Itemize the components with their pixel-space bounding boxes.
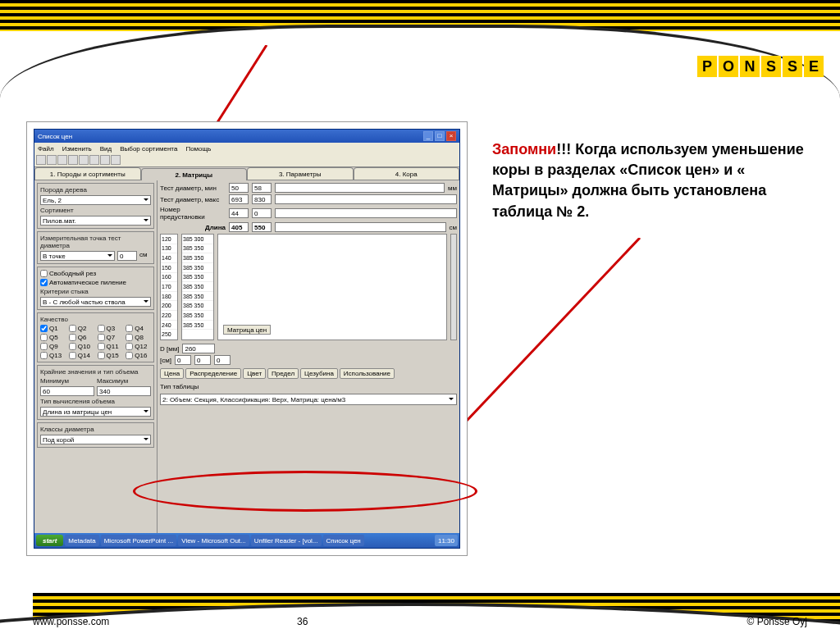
screenshot-frame: Список цен _ □ × Файл Изменить Вид Выбор… — [26, 121, 468, 556]
toolbar-button[interactable] — [111, 155, 121, 165]
length-col-values[interactable]: 385 300 385 350 385 350 385 350 385 350 … — [181, 234, 214, 340]
bval1[interactable]: 0 — [175, 355, 191, 365]
toolbar-button[interactable] — [68, 155, 78, 165]
extreme-group: Крайние значения и тип объема Минимум Ма… — [37, 365, 154, 420]
task-item[interactable]: Список цен — [323, 535, 364, 546]
btab-cut[interactable]: Цезубина — [300, 368, 338, 379]
q13-check[interactable]: Q13 — [40, 352, 66, 359]
table-type-label: Тип таблицы — [160, 383, 457, 390]
criteria-select[interactable]: В - С любой частью ствола — [40, 297, 151, 307]
min-input[interactable]: 60 — [40, 386, 94, 396]
menu-help[interactable]: Помощь — [185, 145, 211, 153]
menu-file[interactable]: Файл — [38, 145, 54, 153]
unit-cm: см — [450, 224, 458, 231]
q14-check[interactable]: Q14 — [69, 352, 94, 359]
assort-select[interactable]: Пилов.мат. — [40, 216, 151, 226]
footer-url: www.ponsse.com — [33, 616, 109, 627]
btab-price[interactable]: Цена — [160, 368, 184, 379]
maximize-button[interactable]: □ — [435, 131, 445, 141]
min-label: Минимум — [40, 377, 94, 385]
menu-select[interactable]: Выбор сортимента — [120, 145, 177, 153]
close-button[interactable]: × — [446, 131, 456, 141]
q11-check[interactable]: Q11 — [98, 343, 123, 350]
cut-group: Свободный рез Автоматическое пиление Кри… — [37, 267, 154, 310]
menu-edit[interactable]: Изменить — [62, 145, 92, 153]
criteria-label: Критерии стыка — [40, 288, 151, 295]
q8-check[interactable]: Q8 — [126, 334, 151, 341]
toolbar-button[interactable] — [57, 155, 67, 165]
scrollbar-v[interactable] — [450, 234, 457, 340]
app-window: Список цен _ □ × Файл Изменить Вид Выбор… — [34, 129, 460, 549]
test-diam-min-1[interactable]: 50 — [229, 183, 249, 193]
q1-check[interactable]: Q1 — [40, 325, 66, 332]
diam-class-select[interactable]: Под корой — [40, 435, 151, 444]
max-input[interactable]: 340 — [97, 386, 151, 396]
start-button[interactable]: start — [36, 535, 63, 546]
tab-bark[interactable]: 4. Кора — [354, 167, 460, 180]
slide-footer: www.ponsse.com 36 © Ponsse Oyj — [0, 593, 840, 629]
btab-use[interactable]: Использование — [340, 368, 395, 379]
test-diam-min-2[interactable]: 58 — [252, 183, 272, 193]
tab-species[interactable]: 1. Породы и сортименты — [34, 167, 141, 180]
species-select[interactable]: Ель, 2 — [40, 195, 151, 205]
length-list: 120 130 140 150 160 170 180 200 220 240 … — [160, 234, 457, 340]
menu-view[interactable]: Вид — [100, 145, 112, 153]
task-item[interactable]: View - Microsoft Out... — [178, 535, 249, 546]
q12-check[interactable]: Q12 — [126, 343, 151, 350]
table-type-select[interactable]: 2: Объем: Секция, Классификация: Верх, М… — [160, 394, 457, 405]
test-diam-max-1[interactable]: 693 — [229, 194, 249, 204]
btab-limit[interactable]: Предел — [267, 368, 299, 379]
preset-1[interactable]: 44 — [229, 208, 249, 218]
length-2[interactable]: 550 — [252, 222, 272, 232]
q6-check[interactable]: Q6 — [69, 334, 94, 341]
length-1[interactable]: 405 — [229, 222, 249, 232]
length-col-labels[interactable]: 120 130 140 150 160 170 180 200 220 240 … — [160, 234, 178, 340]
quality-group: Качество Q1 Q2 Q3 Q4 Q5 Q6 Q7 Q8 Q9 Q10 … — [37, 312, 154, 362]
diam-class-group: Классы диаметра Под корой — [37, 422, 154, 448]
test-diam-min-label: Тест диаметр, мин — [160, 185, 226, 192]
q3-check[interactable]: Q3 — [98, 325, 123, 332]
assort-label: Сортимент — [40, 207, 151, 214]
volume-type-label: Тип вычисления объема — [40, 398, 151, 405]
window-buttons: _ □ × — [423, 131, 456, 141]
q10-check[interactable]: Q10 — [69, 343, 94, 350]
btab-dist[interactable]: Распределение — [185, 368, 241, 379]
menubar: Файл Изменить Вид Выбор сортимента Помощ… — [34, 143, 459, 154]
unit-mm: мм — [448, 185, 457, 192]
q15-check[interactable]: Q15 — [98, 352, 123, 359]
meas-select[interactable]: В точке — [40, 251, 115, 261]
filler — [275, 222, 446, 232]
max-label: Максимум — [97, 377, 151, 385]
minimize-button[interactable]: _ — [423, 131, 433, 141]
test-diam-max-2[interactable]: 830 — [252, 194, 272, 204]
toolbar-button[interactable] — [79, 155, 89, 165]
tray-clock[interactable]: 11:30 — [435, 535, 458, 546]
toolbar-button[interactable] — [47, 155, 57, 165]
task-item[interactable]: Unfiler Reader - [vol... — [251, 535, 322, 546]
toolbar-button[interactable] — [36, 155, 46, 165]
btab-color[interactable]: Цвет — [243, 368, 266, 379]
matrix-area[interactable]: Матрица цен — [217, 234, 447, 340]
task-item[interactable]: Metadata — [65, 535, 98, 546]
footer-copyright: © Ponsse Oyj — [746, 616, 807, 627]
q7-check[interactable]: Q7 — [98, 334, 123, 341]
q9-check[interactable]: Q9 — [40, 343, 66, 350]
q16-check[interactable]: Q16 — [126, 352, 151, 359]
task-item[interactable]: Microsoft PowerPoint ... — [101, 535, 176, 546]
tab-parameters[interactable]: 3. Параметры — [247, 167, 354, 180]
q5-check[interactable]: Q5 — [40, 334, 66, 341]
q2-check[interactable]: Q2 — [69, 325, 94, 332]
meas-value[interactable]: 0 — [117, 251, 137, 261]
bval2[interactable]: 0 — [194, 355, 211, 365]
tab-matrices[interactable]: 2. Матрицы — [141, 168, 248, 180]
matrix-button[interactable]: Матрица цен — [223, 325, 271, 335]
volume-type-select[interactable]: Длина из матрицы цен — [40, 407, 151, 417]
toolbar-button[interactable] — [100, 155, 110, 165]
autosaw-check[interactable]: Автоматическое пиление — [40, 279, 151, 286]
bval3[interactable]: 0 — [214, 355, 231, 365]
preset-2[interactable]: 0 — [252, 208, 272, 218]
q4-check[interactable]: Q4 — [126, 325, 151, 332]
d-input[interactable]: 260 — [182, 344, 215, 353]
freecut-check[interactable]: Свободный рез — [40, 270, 151, 277]
toolbar-button[interactable] — [89, 155, 99, 165]
